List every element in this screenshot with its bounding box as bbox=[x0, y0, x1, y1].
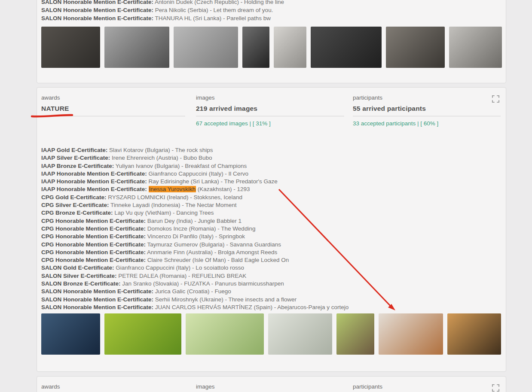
thumbnail-ground-squirrels-kissing[interactable] bbox=[186, 313, 264, 355]
award-entry: CPG Honorable Mention E-Certificate: Bar… bbox=[41, 217, 349, 225]
divider bbox=[353, 116, 501, 116]
nature-thumbnails-row bbox=[41, 313, 501, 355]
divider bbox=[41, 116, 185, 116]
award-entry: SALON Honorable Mention E-Certificate: A… bbox=[41, 0, 284, 6]
images-label: images bbox=[196, 383, 215, 390]
award-entry: CPG Silver E-Certificate: Tinneke Layadi… bbox=[41, 201, 349, 209]
nature-category-panel: awards NATURE images 219 arrived images … bbox=[37, 87, 506, 372]
thumbnail-mono-prayer-room-scene[interactable] bbox=[41, 27, 100, 68]
award-entry: CPG Honorable Mention E-Certificate: Tay… bbox=[41, 241, 349, 249]
thumbnail-red-squirrel-on-trunk[interactable] bbox=[379, 313, 443, 355]
award-entry: CPG Gold E-Certificate: RYSZARD LOMNICKI… bbox=[41, 194, 349, 201]
award-entry: CPG Honorable Mention E-Certificate: Dom… bbox=[41, 225, 349, 233]
previous-category-section: SALON Honorable Mention E-Certificate: A… bbox=[37, 0, 506, 83]
highlighted-author: Inessa Yurovskikh bbox=[149, 186, 196, 192]
award-entry: SALON Honorable Mention E-Certificate: P… bbox=[41, 6, 284, 14]
award-entry: IAAP Honorable Mention E-Certificate: Ra… bbox=[41, 178, 349, 185]
award-entry: CPG Bronze E-Certificate: Lap Vu quy (Vi… bbox=[41, 209, 349, 217]
thumbnail-mono-train-crowd[interactable] bbox=[104, 27, 169, 68]
awards-label: awards bbox=[41, 383, 60, 390]
participants-label: participants bbox=[353, 383, 382, 390]
award-entry: CPG Honorable Mention E-Certificate: Ann… bbox=[41, 249, 349, 256]
award-entry: IAAP Silver E-Certificate: Irene Ehrenre… bbox=[41, 154, 349, 162]
fullscreen-expand-icon[interactable] bbox=[492, 94, 500, 103]
accepted-participants-count: 33 accepted participants | [ 60% ] bbox=[353, 120, 438, 127]
previous-awards-list: SALON Honorable Mention E-Certificate: A… bbox=[41, 0, 284, 22]
award-entry: SALON Honorable Mention E-Certificate: T… bbox=[41, 14, 284, 22]
award-entry: IAAP Honorable Mention E-Certificate: Gi… bbox=[41, 170, 349, 178]
participants-label: participants bbox=[353, 94, 382, 101]
competition-results-page: { "colors": { "page_bg": "#ecebec", "pan… bbox=[0, 0, 532, 392]
award-entry: IAAP Gold E-Certificate: Slavi Kotarov (… bbox=[41, 146, 349, 154]
fullscreen-expand-icon[interactable] bbox=[492, 383, 500, 392]
nature-awards-list: IAAP Gold E-Certificate: Slavi Kotarov (… bbox=[41, 146, 349, 311]
award-entry: SALON Bronze E-Certificate: Jan Sranko (… bbox=[41, 280, 349, 288]
thumbnail-mono-old-man-with-clock[interactable] bbox=[386, 27, 445, 68]
next-category-panel: awards images participants bbox=[37, 376, 506, 392]
arrived-participants-count: 55 arrived participants bbox=[353, 105, 426, 112]
awards-label: awards bbox=[41, 94, 60, 101]
award-entry: CPG Honorable Mention E-Certificate: Vin… bbox=[41, 233, 349, 240]
images-label: images bbox=[196, 94, 215, 101]
thumbnail-crested-eagle-portrait[interactable] bbox=[336, 313, 374, 355]
arrived-images-count: 219 arrived images bbox=[196, 105, 257, 112]
thumbnail-mono-woman-portrait[interactable] bbox=[242, 27, 269, 68]
award-entry: IAAP Bronze E-Certificate: Yuliyan Ivano… bbox=[41, 162, 349, 170]
divider bbox=[196, 116, 344, 116]
thumbnail-sunset-mountain-landscape[interactable] bbox=[447, 313, 501, 355]
award-entry: SALON Honorable Mention E-Certificate: S… bbox=[41, 296, 349, 304]
thumbnail-owl-in-flight-over-grass[interactable] bbox=[104, 313, 181, 355]
award-entry: SALON Honorable Mention E-Certificate: J… bbox=[41, 304, 349, 311]
award-entry: IAAP Honorable Mention E-Certificate: In… bbox=[41, 185, 349, 193]
thumbnail-blue-seascape-rocks[interactable] bbox=[41, 313, 100, 355]
thumbnail-mono-stage-dancers[interactable] bbox=[311, 27, 382, 68]
thumbnail-mono-mud-run-crowd[interactable] bbox=[449, 27, 502, 68]
award-entry: CPG Honorable Mention E-Certificate: Cla… bbox=[41, 256, 349, 264]
category-title: NATURE bbox=[41, 105, 69, 112]
fullscreen-expand-icon bbox=[492, 384, 500, 392]
fullscreen-expand-icon bbox=[492, 95, 500, 103]
thumbnail-mono-girl-portrait[interactable] bbox=[174, 27, 238, 68]
award-entry: SALON Gold E-Certificate: Gianfranco Cap… bbox=[41, 264, 349, 272]
award-entry: SALON Silver E-Certificate: PETRE DALEA … bbox=[41, 272, 349, 280]
accepted-images-count: 67 accepted images | [ 31% ] bbox=[196, 120, 271, 127]
previous-thumbnails-row bbox=[41, 27, 502, 68]
thumbnail-foggy-forest-deer[interactable] bbox=[268, 313, 332, 355]
award-entry: SALON Honorable Mention E-Certificate: J… bbox=[41, 288, 349, 295]
thumbnail-mono-arch-window-figure[interactable] bbox=[274, 27, 306, 68]
